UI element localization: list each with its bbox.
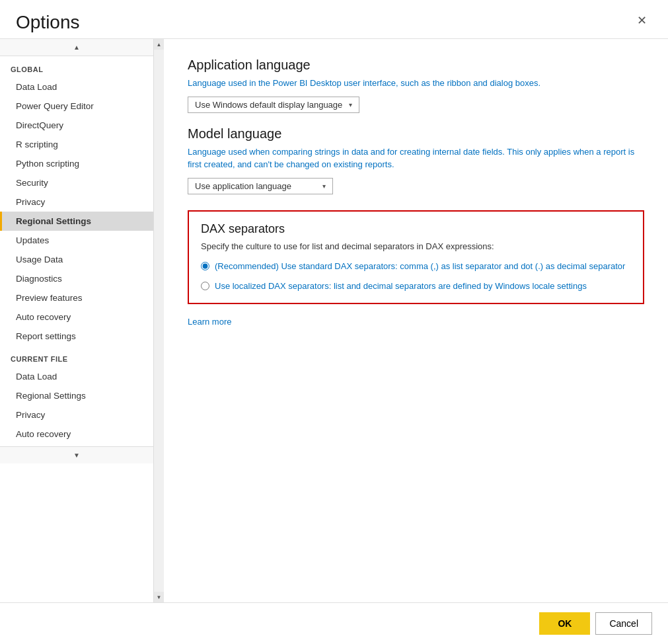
model-language-heading: Model language	[188, 126, 644, 141]
sidebar-item-cf-auto-recovery[interactable]: Auto recovery	[0, 424, 153, 444]
title-bar: Options ✕	[0, 0, 668, 38]
dax-radio-recommended[interactable]: (Recommended) Use standard DAX separator…	[201, 261, 631, 272]
current-file-section-label: CURRENT FILE	[0, 346, 153, 367]
sidebar-item-cf-data-load[interactable]: Data Load	[0, 367, 153, 386]
ok-button[interactable]: OK	[539, 612, 590, 635]
close-button[interactable]: ✕	[632, 12, 652, 29]
sidebar-item-r-scripting[interactable]: R scripting	[0, 135, 153, 154]
sidebar-item-diagnostics[interactable]: Diagnostics	[0, 269, 153, 288]
model-language-dropdown[interactable]: Use application language ▾	[188, 178, 333, 194]
app-language-desc: Language used in the Power BI Desktop us…	[188, 77, 644, 90]
dax-radio-localized-input[interactable]	[201, 282, 209, 290]
dax-radio-group: (Recommended) Use standard DAX separator…	[201, 261, 631, 292]
sidebar-item-python-scripting[interactable]: Python scripting	[0, 154, 153, 173]
learn-more-link[interactable]: Learn more	[188, 317, 231, 327]
scroll-down-button[interactable]: ▼	[73, 452, 80, 459]
app-language-dropdown-value: Use Windows default display language	[195, 100, 342, 110]
sidebar-nav: ▲ GLOBAL Data Load Power Query Editor Di…	[0, 39, 153, 602]
dax-separators-box: DAX separators Specify the culture to us…	[188, 210, 644, 304]
dialog-body: ▲ GLOBAL Data Load Power Query Editor Di…	[0, 38, 668, 602]
dax-separators-desc: Specify the culture to use for list and …	[201, 241, 631, 251]
sidebar-item-security[interactable]: Security	[0, 173, 153, 192]
options-dialog: Options ✕ ▲ GLOBAL Data Load Power Query…	[0, 0, 668, 644]
sidebar-item-updates[interactable]: Updates	[0, 231, 153, 250]
dax-radio-localized-label: Use localized DAX separators: list and d…	[215, 280, 587, 292]
scrollbar-down-arrow[interactable]: ▼	[154, 592, 164, 602]
dax-radio-recommended-input[interactable]	[201, 262, 209, 270]
app-language-heading: Application language	[188, 58, 644, 73]
sidebar-item-cf-privacy[interactable]: Privacy	[0, 405, 153, 424]
sidebar-item-auto-recovery[interactable]: Auto recovery	[0, 307, 153, 327]
sidebar-item-power-query-editor[interactable]: Power Query Editor	[0, 97, 153, 116]
dax-separators-heading: DAX separators	[201, 222, 631, 236]
scroll-up-button[interactable]: ▲	[73, 44, 80, 51]
sidebar: ▲ GLOBAL Data Load Power Query Editor Di…	[0, 39, 164, 602]
sidebar-item-cf-regional-settings[interactable]: Regional Settings	[0, 386, 153, 405]
sidebar-item-directquery[interactable]: DirectQuery	[0, 116, 153, 135]
dax-radio-localized[interactable]: Use localized DAX separators: list and d…	[201, 280, 631, 292]
sidebar-item-privacy[interactable]: Privacy	[0, 192, 153, 212]
dialog-footer: OK Cancel	[0, 602, 668, 644]
sidebar-item-regional-settings[interactable]: Regional Settings	[0, 212, 153, 231]
model-language-desc: Language used when comparing strings in …	[188, 145, 644, 171]
model-language-dropdown-arrow: ▾	[322, 182, 326, 190]
scrollbar-up-arrow[interactable]: ▲	[154, 39, 164, 50]
sidebar-item-data-load[interactable]: Data Load	[0, 77, 153, 97]
main-content: Application language Language used in th…	[164, 39, 668, 602]
sidebar-item-usage-data[interactable]: Usage Data	[0, 250, 153, 269]
model-language-dropdown-value: Use application language	[195, 181, 291, 191]
sidebar-item-report-settings[interactable]: Report settings	[0, 327, 153, 346]
sidebar-scrollbar: ▲ ▼	[153, 39, 164, 602]
cancel-button[interactable]: Cancel	[595, 612, 652, 635]
dialog-title: Options	[16, 12, 80, 33]
dax-radio-recommended-label: (Recommended) Use standard DAX separator…	[215, 261, 625, 272]
app-language-dropdown[interactable]: Use Windows default display language ▾	[188, 97, 359, 113]
global-section-label: GLOBAL	[0, 56, 153, 77]
sidebar-item-preview-features[interactable]: Preview features	[0, 288, 153, 307]
app-language-dropdown-arrow: ▾	[349, 101, 352, 108]
